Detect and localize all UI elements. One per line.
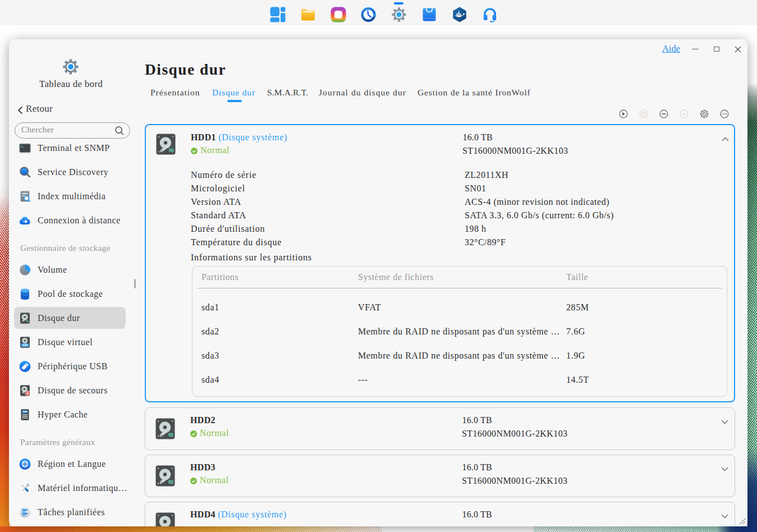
svg-text:SSD: SSD [23, 411, 27, 413]
svg-text:VHD: VHD [22, 344, 28, 347]
